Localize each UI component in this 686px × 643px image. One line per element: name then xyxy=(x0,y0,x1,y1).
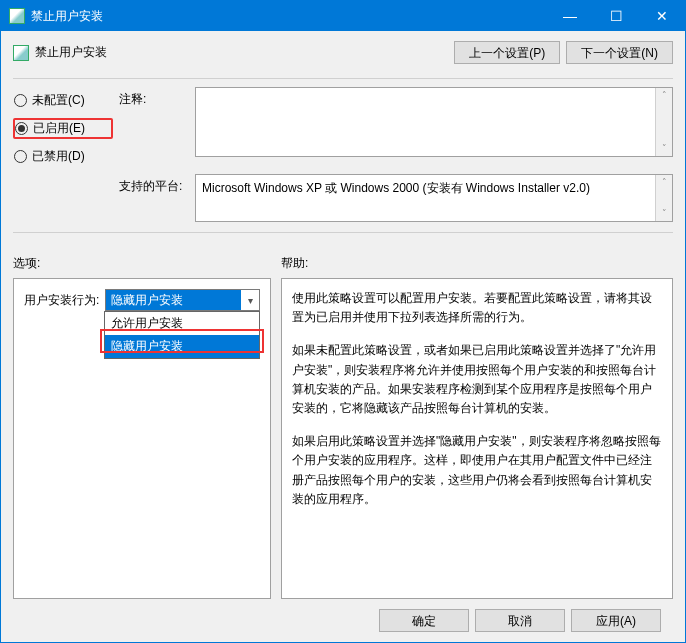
combo-option-hide[interactable]: 隐藏用户安装 xyxy=(105,335,259,358)
maximize-button[interactable]: ☐ xyxy=(593,1,639,31)
comment-label: 注释: xyxy=(119,87,189,166)
scroll-up-icon[interactable]: ˄ xyxy=(662,175,667,190)
radio-not-configured[interactable]: 未配置(C) xyxy=(14,92,112,109)
help-text: 使用此策略设置可以配置用户安装。若要配置此策略设置，请将其设置为已启用并使用下拉… xyxy=(292,289,662,327)
combo-option-allow[interactable]: 允许用户安装 xyxy=(105,312,259,335)
divider xyxy=(13,78,673,79)
previous-setting-button[interactable]: 上一个设置(P) xyxy=(454,41,560,64)
help-panel: 使用此策略设置可以配置用户安装。若要配置此策略设置，请将其设置为已启用并使用下拉… xyxy=(281,278,673,599)
ok-button[interactable]: 确定 xyxy=(379,609,469,632)
radio-label: 已启用(E) xyxy=(33,120,85,137)
help-text: 如果启用此策略设置并选择"隐藏用户安装"，则安装程序将忽略按照每个用户安装的应用… xyxy=(292,432,662,509)
policy-icon xyxy=(13,45,29,61)
scroll-down-icon[interactable]: ˅ xyxy=(662,206,667,221)
page-title: 禁止用户安装 xyxy=(35,44,454,61)
scrollbar[interactable]: ˄˅ xyxy=(655,88,672,156)
radio-disabled[interactable]: 已禁用(D) xyxy=(14,148,112,165)
radio-dot-icon xyxy=(14,150,27,163)
help-label: 帮助: xyxy=(281,255,308,272)
titlebar: 禁止用户安装 — ☐ ✕ xyxy=(1,1,685,31)
scroll-up-icon[interactable]: ˄ xyxy=(662,88,667,103)
combo-dropdown: 允许用户安装 隐藏用户安装 xyxy=(104,311,260,359)
radio-label: 未配置(C) xyxy=(32,92,85,109)
scroll-down-icon[interactable]: ˅ xyxy=(662,141,667,156)
divider xyxy=(13,232,673,233)
chevron-down-icon: ▾ xyxy=(241,295,259,306)
apply-button[interactable]: 应用(A) xyxy=(571,609,661,632)
platform-text: Microsoft Windows XP 或 Windows 2000 (安装有… xyxy=(202,181,590,195)
policy-icon xyxy=(9,8,25,24)
options-panel: 用户安装行为: 隐藏用户安装 ▾ 允许用户安装 隐藏用户安装 xyxy=(13,278,271,599)
cancel-button[interactable]: 取消 xyxy=(475,609,565,632)
window-title: 禁止用户安装 xyxy=(31,8,547,25)
radio-label: 已禁用(D) xyxy=(32,148,85,165)
user-install-behavior-combo[interactable]: 隐藏用户安装 ▾ xyxy=(105,289,260,311)
combo-selected-value: 隐藏用户安装 xyxy=(106,290,241,310)
platform-box: Microsoft Windows XP 或 Windows 2000 (安装有… xyxy=(195,174,673,222)
radio-enabled[interactable]: 已启用(E) xyxy=(15,120,111,137)
close-button[interactable]: ✕ xyxy=(639,1,685,31)
platform-label: 支持的平台: xyxy=(119,174,189,222)
radio-dot-icon xyxy=(15,122,28,135)
next-setting-button[interactable]: 下一个设置(N) xyxy=(566,41,673,64)
scrollbar[interactable]: ˄˅ xyxy=(655,175,672,221)
minimize-button[interactable]: — xyxy=(547,1,593,31)
options-label: 选项: xyxy=(13,255,281,272)
radio-dot-icon xyxy=(14,94,27,107)
user-install-behavior-label: 用户安装行为: xyxy=(24,292,99,309)
help-text: 如果未配置此策略设置，或者如果已启用此策略设置并选择了"允许用户安装"，则安装程… xyxy=(292,341,662,418)
comment-input[interactable]: ˄˅ xyxy=(195,87,673,157)
